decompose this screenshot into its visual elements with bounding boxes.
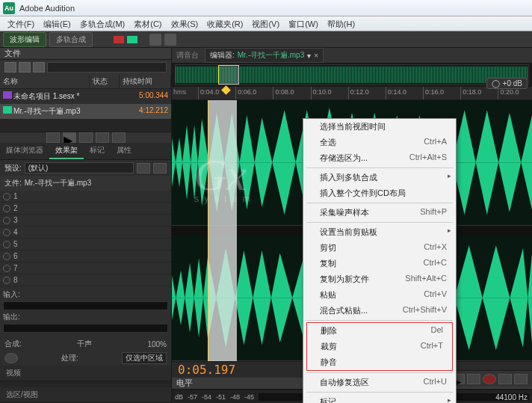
- playhead-marker[interactable]: [222, 85, 232, 95]
- menu-bar[interactable]: 文件(F)编辑(E)多轨合成(M)素材(C)效果(S)收藏夹(R)视图(V)窗口…: [0, 16, 532, 31]
- fx-slot[interactable]: 1: [0, 191, 171, 203]
- file-action-icon[interactable]: [19, 62, 31, 73]
- fx-slot[interactable]: 5: [0, 239, 171, 250]
- rewind-button[interactable]: [514, 374, 528, 384]
- context-menu: 选择当前视图时间全选Ctrl+A存储选区为...Ctrl+Alt+S插入到多轨合…: [303, 118, 457, 403]
- fx-slot[interactable]: 7: [0, 262, 171, 274]
- fx-tab[interactable]: 属性: [111, 143, 137, 159]
- context-menu-item[interactable]: 自动修复选区Ctrl+U: [303, 375, 456, 390]
- dropdown-icon[interactable]: ▾: [307, 52, 311, 60]
- context-menu-item[interactable]: 插入整个文件到CD布局: [303, 185, 456, 201]
- process-dropdown[interactable]: 仅选中区域: [122, 352, 167, 364]
- fx-file-value: Mr.-寻找一千遍.mp3: [25, 178, 91, 188]
- menu-item[interactable]: 编辑(E): [39, 16, 75, 31]
- context-menu-item[interactable]: 复制为新文件Shift+Alt+C: [303, 271, 456, 287]
- context-menu-item[interactable]: 选择当前视图时间: [303, 119, 456, 135]
- fx-slot[interactable]: 3: [0, 215, 171, 227]
- level-mark: -51: [216, 393, 226, 401]
- menu-item[interactable]: 收藏夹(R): [202, 16, 247, 31]
- transport-btn[interactable]: [79, 132, 93, 143]
- tool-icon[interactable]: [164, 34, 176, 46]
- col-name[interactable]: 名称: [0, 75, 90, 88]
- fx-slot[interactable]: 8: [0, 274, 171, 286]
- context-menu-item[interactable]: 剪切Ctrl+X: [303, 240, 456, 256]
- files-panel-title: 文件: [4, 48, 21, 59]
- close-icon[interactable]: ×: [314, 52, 318, 60]
- tab-waveform[interactable]: 波形编辑: [3, 32, 46, 47]
- context-menu-item[interactable]: 静音: [307, 354, 452, 370]
- color-swatch-left: [114, 36, 124, 43]
- file-action-icon[interactable]: [4, 62, 16, 73]
- menu-item[interactable]: 视图(V): [247, 16, 284, 31]
- tab-multitrack[interactable]: 多轨合成: [49, 32, 93, 47]
- file-row[interactable]: 未命名项目 1.sesx *5:00.344: [0, 89, 171, 104]
- context-menu-item[interactable]: 标记: [303, 394, 456, 403]
- playhead-line[interactable]: [208, 100, 208, 361]
- file-action-icon[interactable]: [33, 62, 45, 73]
- file-row[interactable]: Mr.-寻找一千遍.mp34:12.212: [0, 104, 171, 119]
- ruler-tick: 0:16.0: [423, 87, 444, 99]
- menu-item[interactable]: 多轨合成(M): [75, 16, 130, 31]
- context-menu-item[interactable]: 存储选区为...Ctrl+Alt+S: [303, 150, 456, 166]
- input-meter: [3, 301, 168, 310]
- tab-video[interactable]: 视频: [0, 366, 27, 381]
- menu-item[interactable]: 效果(S): [167, 16, 203, 31]
- context-menu-item[interactable]: 裁剪Ctrl+T: [307, 339, 452, 354]
- context-menu-item[interactable]: 复制Ctrl+C: [303, 256, 456, 271]
- files-panel-header: 文件: [0, 48, 171, 60]
- selection-region[interactable]: [208, 100, 237, 361]
- transport-btn[interactable]: [112, 132, 126, 143]
- ruler-tick: 0:04.0: [198, 87, 219, 99]
- context-menu-item[interactable]: 删除Del: [307, 323, 452, 339]
- fx-tab[interactable]: 媒体浏览器: [0, 143, 49, 159]
- transport-btn[interactable]: [46, 132, 60, 143]
- fx-tab[interactable]: 标记: [84, 143, 111, 159]
- context-menu-item[interactable]: 粘贴Ctrl+V: [303, 287, 456, 303]
- files-table: 名称 状态 持续时间 未命名项目 1.sesx *5:00.344Mr.-寻找一…: [0, 75, 171, 119]
- color-swatch-right: [127, 36, 137, 43]
- fx-slot[interactable]: 6: [0, 250, 171, 262]
- fx-slot[interactable]: 2: [0, 203, 171, 215]
- file-search-input[interactable]: [47, 62, 167, 73]
- fx-slot[interactable]: 4: [0, 227, 171, 239]
- menu-item[interactable]: 文件(F): [3, 16, 39, 31]
- overview-strip[interactable]: [172, 63, 532, 87]
- time-ruler[interactable]: hms 0:04.00:06.00:08.00:10.00:12.00:14.0…: [172, 87, 532, 100]
- preset-delete-icon[interactable]: [153, 163, 167, 173]
- context-menu-item[interactable]: 插入到多轨合成: [303, 170, 456, 185]
- col-duration[interactable]: 持续时间: [120, 75, 171, 88]
- record-button[interactable]: [483, 374, 496, 384]
- ruler-tick: 0:10.0: [311, 87, 332, 99]
- overview-selection[interactable]: [218, 65, 239, 84]
- loop-button[interactable]: [467, 374, 480, 384]
- skip-back-button[interactable]: [498, 374, 512, 384]
- context-menu-item[interactable]: 设置当前剪贴板: [303, 224, 456, 240]
- ruler-tick: 0:08.0: [273, 87, 294, 99]
- menu-item[interactable]: 窗口(W): [284, 16, 323, 31]
- fx-power-icon[interactable]: [4, 353, 18, 363]
- tab-mixer[interactable]: 调音台: [176, 50, 199, 61]
- level-mark: dB: [175, 393, 183, 401]
- context-menu-item[interactable]: 采集噪声样本Shift+P: [303, 205, 456, 221]
- play-button[interactable]: ▶: [63, 132, 76, 143]
- transport-btn[interactable]: [96, 132, 109, 143]
- left-column: 文件 名称 状态 持续时间 未命名项目 1.sesx *5:00.344Mr.-…: [0, 48, 172, 403]
- menu-item[interactable]: 帮助(H): [323, 16, 359, 31]
- ruler-tick: 0:14.0: [386, 87, 406, 99]
- menu-item[interactable]: 素材(C): [129, 16, 166, 31]
- level-mark: -57: [188, 393, 197, 401]
- gain-knob-icon[interactable]: ◯: [492, 79, 500, 87]
- col-status[interactable]: 状态: [90, 75, 120, 88]
- editor-label: 编辑器:: [210, 50, 235, 61]
- context-menu-item[interactable]: 混合式粘贴...Ctrl+Shift+V: [303, 303, 456, 319]
- tool-icon[interactable]: [149, 34, 161, 46]
- fx-tab[interactable]: 效果架: [49, 143, 84, 159]
- ruler-tick: 0:06.0: [235, 87, 256, 99]
- context-menu-item[interactable]: 全选Ctrl+A: [303, 135, 456, 150]
- gain-badge[interactable]: ◯ +0 dB: [486, 78, 528, 89]
- tab-selection-view[interactable]: 选区/视图: [0, 387, 44, 402]
- preset-save-icon[interactable]: [137, 163, 150, 173]
- mix-label: 合成:: [4, 339, 22, 349]
- app-logo: Au: [3, 2, 15, 14]
- preset-select[interactable]: [25, 162, 134, 173]
